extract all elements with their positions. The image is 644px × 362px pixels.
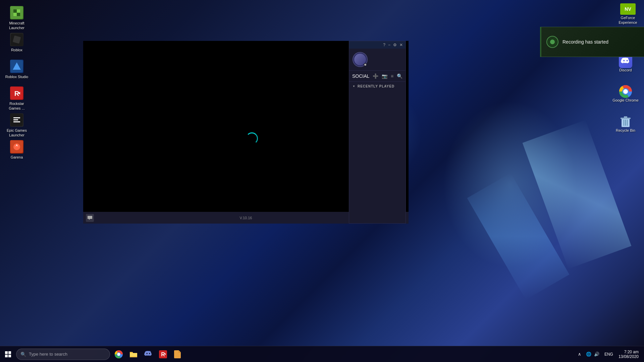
social-nav-home[interactable]: SOCIAL [351,73,371,79]
rockstar-label: Rockstar Games ... [5,101,29,111]
recording-notification: Recording has started [540,27,644,57]
chat-icon[interactable] [86,214,94,222]
svg-rect-5 [13,13,17,16]
recently-played-header[interactable]: ▼ RECENTLY PLAYED [349,82,406,91]
svg-text:R: R [161,352,165,357]
taskbar: 🔍 Type here to search [0,346,644,362]
profile-avatar [353,52,368,67]
recording-text: Recording has started [562,39,608,45]
windows-logo-icon [5,351,11,357]
svg-point-24 [623,89,628,94]
language-indicator[interactable]: ENG [603,352,614,357]
start-button[interactable] [0,346,16,362]
svg-rect-16 [13,119,18,120]
svg-rect-6 [17,13,20,16]
desktop-icon-minecraft[interactable]: Minecraft Launcher [3,3,30,33]
taskbar-time: 7:20 am [624,350,639,354]
desktop-icon-roblox[interactable]: Roblox [3,30,30,55]
rockstar-icon: R [10,86,23,100]
social-profile [349,49,406,71]
profile-status-dot [364,63,367,66]
desktop-icon-recycle-bin[interactable]: Recycle Bin [610,112,641,135]
social-panel-header: ? − ⚙ ✕ [349,41,406,49]
taskbar-search[interactable]: 🔍 Type here to search [16,349,110,360]
help-icon[interactable]: ? [383,43,385,47]
social-nav: SOCIAL ➕ 📷 ≡ 🔍 [349,71,406,82]
nvidia-geforce-icon[interactable]: NV GeForce Experience [614,3,641,25]
chrome-label: Google Chrome [612,98,639,102]
recently-played-arrow: ▼ [353,85,356,88]
desktop-icon-rockstar[interactable]: R Rockstar Games ... [3,84,30,114]
version-label: V.10.16 [240,216,252,220]
roblox-icon [10,33,23,46]
search-placeholder-text: Type here to search [29,352,67,357]
minimize-icon[interactable]: − [388,43,390,47]
show-hidden-icons-button[interactable]: ∧ [577,351,582,357]
taskbar-app-file-explorer[interactable] [126,347,141,362]
settings-icon[interactable]: ⚙ [393,43,397,47]
taskbar-app-discord[interactable] [141,347,156,362]
minecraft-icon [10,6,23,19]
social-nav-add[interactable]: ➕ [371,73,380,79]
svg-rect-4 [17,9,20,13]
volume-icon[interactable]: 🔊 [593,351,600,357]
nvidia-label: GeForce Experience [614,15,641,25]
roblox-studio-label: Roblox Studio [5,74,29,79]
svg-rect-17 [13,121,20,122]
garena-icon [10,140,23,154]
desktop-icon-epic[interactable]: Epic Games Launcher [3,111,30,140]
svg-rect-3 [13,9,17,13]
discord-label: Discord [619,68,632,72]
spinner-circle [246,132,258,144]
epic-label: Epic Games Launcher [5,128,29,138]
epic-icon [10,113,23,127]
social-nav-search[interactable]: 🔍 [395,73,404,79]
recently-played-label: RECENTLY PLAYED [358,84,394,88]
chrome-icon [619,85,632,98]
recycle-bin-icon [619,115,632,128]
taskbar-right: ∧ 🌐 🔊 ENG 7:20 am 13/08/2020 [577,348,644,360]
svg-rect-27 [624,116,627,118]
recycle-bin-label: Recycle Bin [616,128,635,132]
roblox-label: Roblox [11,48,22,52]
taskbar-date: 13/08/2020 [619,354,639,359]
network-icon[interactable]: 🌐 [585,351,592,357]
close-icon[interactable]: ✕ [399,43,403,47]
garena-label: Garena [11,155,23,160]
recording-dot-indicator [550,40,555,44]
social-panel: ? − ⚙ ✕ SOCIAL ➕ 📷 ≡ 🔍 ▼ RECENTLY PLAYED [349,41,406,224]
taskbar-apps: R [111,347,185,362]
svg-rect-15 [13,117,20,118]
nvidia-logo: NV [620,3,636,15]
svg-point-34 [117,353,120,356]
roblox-studio-icon [10,60,23,73]
search-icon: 🔍 [20,352,26,357]
taskbar-app-rockstar[interactable]: R [156,347,170,362]
minecraft-label: Minecraft Launcher [5,21,29,31]
desktop-icon-google-chrome[interactable]: Google Chrome [610,82,641,105]
recording-icon [546,36,558,48]
taskbar-app-files[interactable] [170,347,185,362]
social-nav-camera[interactable]: 📷 [380,73,389,79]
svg-text:NV: NV [625,6,631,12]
taskbar-app-chrome[interactable] [111,347,126,362]
desktop-icon-garena[interactable]: Garena [3,137,30,162]
taskbar-clock[interactable]: 7:20 am 13/08/2020 [616,348,641,360]
social-nav-list[interactable]: ≡ [389,73,395,79]
taskbar-system-icons: 🌐 🔊 [584,351,602,357]
desktop-icon-roblox-studio[interactable]: Roblox Studio [3,57,30,82]
